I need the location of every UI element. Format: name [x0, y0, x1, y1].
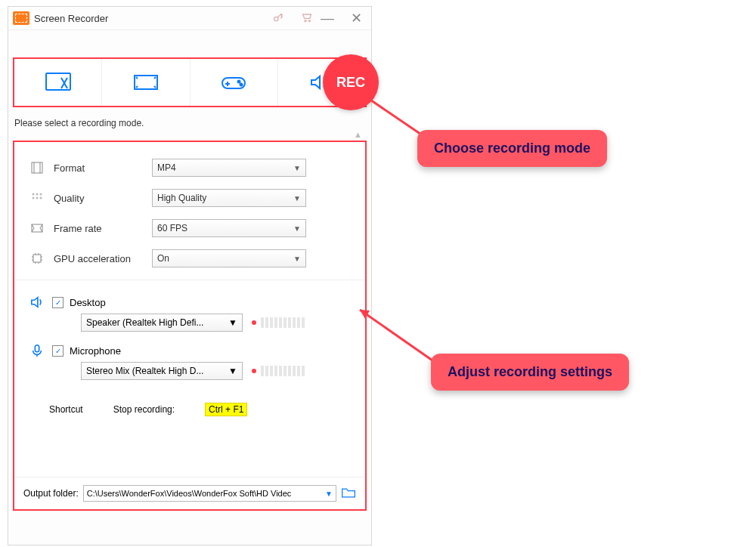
- settings-panel: Format MP4▼ Quality High Quality▼ Frame …: [13, 141, 367, 511]
- format-icon: [28, 162, 46, 174]
- svg-point-2: [308, 20, 310, 21]
- app-window: Screen Recorder — ✕: [8, 6, 372, 545]
- svg-point-14: [40, 197, 42, 199]
- cart-icon[interactable]: [301, 11, 313, 26]
- svg-point-10: [36, 193, 39, 196]
- microphone-icon: [28, 344, 46, 357]
- mode-region-button[interactable]: [14, 59, 102, 106]
- desktop-checkbox[interactable]: ✓: [52, 297, 64, 308]
- svg-rect-16: [33, 255, 41, 262]
- mode-hint: Please select a recording mode.: [14, 118, 371, 128]
- framerate-icon: [28, 222, 46, 234]
- callout-arrow-2: [345, 301, 443, 376]
- gpu-icon: [28, 252, 46, 264]
- svg-point-1: [305, 20, 306, 21]
- svg-rect-8: [32, 162, 42, 173]
- output-folder-label: Output folder:: [23, 488, 79, 499]
- mode-toolbar: REC: [13, 57, 367, 107]
- svg-point-7: [240, 84, 243, 86]
- minimize-button[interactable]: —: [321, 11, 334, 25]
- speaker-icon: [28, 295, 46, 309]
- microphone-checkbox[interactable]: ✓: [52, 345, 64, 357]
- svg-point-13: [36, 197, 39, 199]
- quality-icon: [28, 192, 46, 204]
- svg-point-6: [238, 81, 240, 83]
- svg-point-0: [274, 17, 278, 20]
- microphone-device-select[interactable]: Stereo Mix (Realtek High D...▼: [81, 362, 243, 380]
- collapse-icon[interactable]: ▲: [8, 130, 362, 139]
- framerate-label: Frame rate: [54, 223, 152, 234]
- svg-point-9: [33, 193, 35, 196]
- shortcut-label: Shortcut: [49, 404, 83, 415]
- svg-rect-4: [135, 76, 157, 89]
- svg-point-12: [33, 197, 35, 199]
- callout-mode: Choose recording mode: [417, 130, 607, 167]
- stop-recording-key: Ctrl + F1: [205, 403, 247, 416]
- quality-select[interactable]: High Quality▼: [152, 189, 306, 207]
- stop-recording-label: Stop recording:: [113, 404, 175, 415]
- desktop-level-meter: [252, 317, 305, 328]
- svg-point-11: [40, 193, 42, 196]
- app-icon: [13, 11, 29, 25]
- close-button[interactable]: ✕: [351, 11, 362, 25]
- callout-settings: Adjust recording settings: [431, 354, 629, 391]
- output-folder-input[interactable]: C:\Users\WonderFox\Videos\WonderFox Soft…: [83, 485, 336, 502]
- callout-arrow-1: [339, 85, 429, 153]
- gpu-label: GPU acceleration: [54, 253, 152, 264]
- gpu-select[interactable]: On▼: [152, 249, 306, 267]
- mode-fullscreen-button[interactable]: [102, 59, 190, 106]
- microphone-label: Microphone: [70, 345, 121, 357]
- format-select[interactable]: MP4▼: [152, 159, 306, 177]
- mode-game-button[interactable]: [191, 59, 278, 106]
- quality-label: Quality: [54, 193, 152, 204]
- key-icon[interactable]: [272, 11, 284, 26]
- browse-folder-icon[interactable]: [341, 487, 356, 501]
- svg-rect-17: [35, 345, 39, 352]
- desktop-label: Desktop: [70, 297, 106, 308]
- format-label: Format: [54, 162, 152, 174]
- app-title: Screen Recorder: [34, 13, 108, 24]
- microphone-level-meter: [252, 366, 305, 376]
- framerate-select[interactable]: 60 FPS▼: [152, 219, 306, 237]
- titlebar: Screen Recorder — ✕: [8, 7, 371, 30]
- desktop-device-select[interactable]: Speaker (Realtek High Defi...▼: [81, 314, 243, 332]
- svg-rect-15: [32, 224, 42, 232]
- title-icons: [272, 11, 313, 26]
